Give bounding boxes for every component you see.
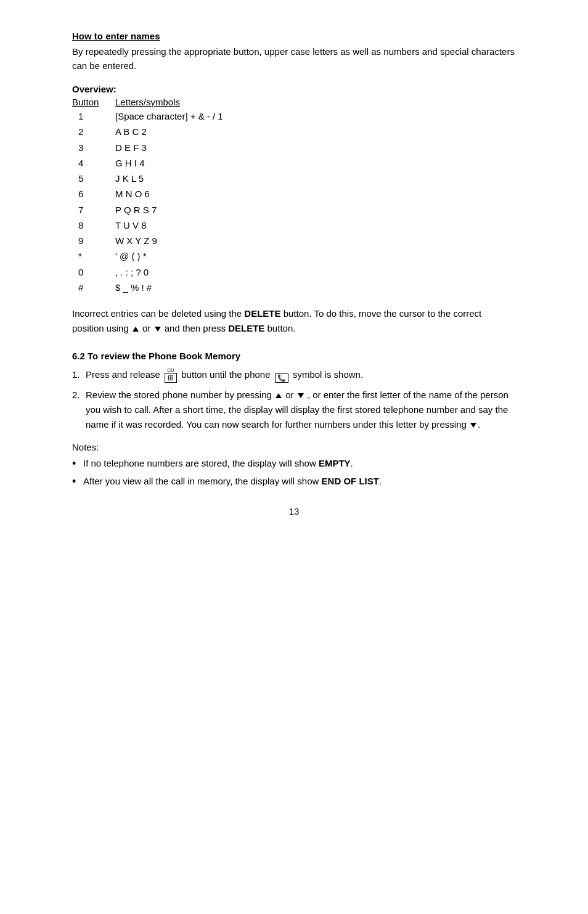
button-cell: 5 <box>72 171 115 186</box>
table-row: 6M N O 6 <box>72 186 223 202</box>
symbols-cell: [Space character] + & - / 1 <box>115 108 223 124</box>
step2-or: or <box>285 390 293 400</box>
table-row: *' @ ( ) * <box>72 248 223 264</box>
symbols-cell: T U V 8 <box>115 218 223 233</box>
delete-instructions: Incorrect entries can be deleted using t… <box>72 306 516 336</box>
cd-sup: CD <box>167 368 174 373</box>
page-content: How to enter names By repeatedly pressin… <box>60 0 528 529</box>
table-row: 3D E F 3 <box>72 140 223 155</box>
arrow-down-icon-3 <box>470 423 476 428</box>
delete-bold-1: DELETE <box>244 308 280 319</box>
col-header-button: Button <box>72 97 115 108</box>
symbols-cell: ' @ ( ) * <box>115 248 223 264</box>
note-1-post: . <box>351 458 353 468</box>
delete-bold-2: DELETE <box>228 323 264 333</box>
page-number: 13 <box>289 506 300 516</box>
arrow-down-icon <box>155 327 161 332</box>
step-1-number: 1. <box>72 367 86 382</box>
step-1-content: Press and release CD ⊞ button until the … <box>86 367 516 383</box>
symbols-cell: J K L 5 <box>115 171 223 186</box>
page-title: How to enter names <box>72 31 516 41</box>
button-cell: 6 <box>72 186 115 202</box>
button-cell: 0 <box>72 264 115 280</box>
button-cell: 2 <box>72 124 115 139</box>
phone-symbol-icon: xx 📞 <box>275 369 288 383</box>
intro-paragraph: By repeatedly pressing the appropriate b… <box>72 45 516 73</box>
col-header-symbols: Letters/symbols <box>115 97 223 108</box>
arrow-down-icon-2 <box>298 393 304 398</box>
bullet-2: • <box>72 474 83 489</box>
button-symbol-table: Button Letters/symbols 1[Space character… <box>72 97 516 295</box>
arrow-up-icon <box>133 327 139 332</box>
cd-body: ⊞ <box>165 373 177 383</box>
step-1: 1. Press and release CD ⊞ button until t… <box>72 367 516 383</box>
symbols-cell: W X Y Z 9 <box>115 233 223 248</box>
table-row: 4G H I 4 <box>72 155 223 171</box>
step-2-content: Review the stored phone number by pressi… <box>86 388 516 432</box>
button-cell: * <box>72 248 115 264</box>
step-2-number: 2. <box>72 388 86 402</box>
button-cell: 9 <box>72 233 115 248</box>
cd-button-icon: CD ⊞ <box>165 368 177 383</box>
delete-text-3: and then press <box>165 323 228 333</box>
symbols-cell: M N O 6 <box>115 186 223 202</box>
note-2-content: After you view all the call in memory, t… <box>83 474 382 489</box>
button-cell: 8 <box>72 218 115 233</box>
step1-post: button until the phone <box>181 369 270 380</box>
step-2: 2. Review the stored phone number by pre… <box>72 388 516 432</box>
button-cell: 4 <box>72 155 115 171</box>
button-cell: # <box>72 280 115 295</box>
step2-text: Review the stored phone number by pressi… <box>86 390 272 400</box>
note-1-content: If no telephone numbers are stored, the … <box>83 456 353 471</box>
step1-pre: Press and release <box>86 369 160 380</box>
step1-end: symbol is shown. <box>293 369 363 380</box>
note-1-bold: EMPTY <box>319 458 351 468</box>
symbols-cell: P Q R S 7 <box>115 202 223 218</box>
delete-text-4: button. <box>264 323 295 333</box>
phone-book-body: 📞 <box>275 373 288 383</box>
symbols-cell: $ _ % ! # <box>115 280 223 295</box>
table-row: 8T U V 8 <box>72 218 223 233</box>
note-2-bold: END OF LIST <box>322 476 379 486</box>
delete-text-1: Incorrect entries can be deleted using t… <box>72 308 244 319</box>
table-row: 2A B C 2 <box>72 124 223 139</box>
button-cell: 3 <box>72 140 115 155</box>
overview-title: Overview: <box>72 84 516 94</box>
symbols-cell: G H I 4 <box>115 155 223 171</box>
note-1: • If no telephone numbers are stored, th… <box>72 456 516 471</box>
note-2-post: . <box>379 476 382 486</box>
table-row: 5J K L 5 <box>72 171 223 186</box>
symbols-cell: A B C 2 <box>115 124 223 139</box>
bullet-1: • <box>72 456 83 471</box>
table-row: 7P Q R S 7 <box>72 202 223 218</box>
note-2-pre: After you view all the call in memory, t… <box>83 476 322 486</box>
symbols-cell: , . : ; ? 0 <box>115 264 223 280</box>
notes-label: Notes: <box>72 442 516 452</box>
arrow-up-icon-2 <box>276 393 282 398</box>
button-cell: 7 <box>72 202 115 218</box>
section-62-title: 6.2 To review the Phone Book Memory <box>72 351 516 361</box>
table-row: 1[Space character] + & - / 1 <box>72 108 223 124</box>
table-row: 0, . : ; ? 0 <box>72 264 223 280</box>
symbols-cell: D E F 3 <box>115 140 223 155</box>
note-2: • After you view all the call in memory,… <box>72 474 516 489</box>
note-1-pre: If no telephone numbers are stored, the … <box>83 458 319 468</box>
table-row: #$ _ % ! # <box>72 280 223 295</box>
button-cell: 1 <box>72 108 115 124</box>
table-row: 9W X Y Z 9 <box>72 233 223 248</box>
steps-list: 1. Press and release CD ⊞ button until t… <box>72 367 516 432</box>
notes-list: • If no telephone numbers are stored, th… <box>72 456 516 489</box>
